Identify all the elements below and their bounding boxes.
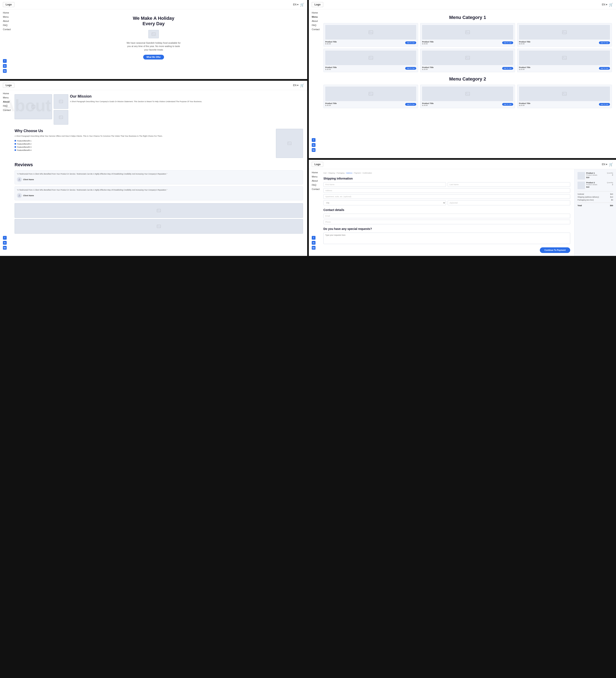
- menu-lang[interactable]: EN ▾: [602, 3, 607, 6]
- product-title: Product Title: [519, 102, 531, 105]
- product-card: Product Title $ 20.00 Add To Cart: [323, 85, 418, 108]
- menu-sidebar-nav: Home Menu About FAQ Contact: [312, 11, 320, 31]
- about-bottom-images: [14, 203, 303, 234]
- sidebar-item-about[interactable]: About: [3, 20, 11, 22]
- add-to-cart-button[interactable]: Add To Cart: [599, 67, 610, 70]
- add-to-cart-button[interactable]: Add To Cart: [405, 67, 416, 70]
- why-choose-title: Why Choose Us: [14, 129, 303, 133]
- svg-rect-6: [562, 31, 567, 34]
- breadcrumb-shipping[interactable]: Shipping: [328, 172, 335, 174]
- product-card: Product Title $ 20.00 Add To Cart: [420, 23, 515, 47]
- product-info: Product Title $ 20.00 Add To Cart: [519, 66, 610, 70]
- svg-point-25: [60, 116, 60, 117]
- sidebar-item-contact[interactable]: Contact: [3, 28, 11, 31]
- about-lang[interactable]: EN ▾: [293, 84, 298, 87]
- add-to-cart-button[interactable]: Add To Cart: [599, 41, 610, 44]
- instagram-icon[interactable]: in: [3, 64, 7, 68]
- menu-sidebar-home[interactable]: Home: [312, 11, 320, 14]
- first-name-input[interactable]: [323, 182, 446, 187]
- product-price: $ 20.00: [422, 69, 434, 70]
- menu-social: f in tw: [312, 138, 316, 152]
- about-sidebar-home[interactable]: Home: [3, 92, 11, 95]
- hero-title: We Make A Holiday Every Day: [133, 15, 174, 27]
- menu-sidebar-about[interactable]: About: [312, 20, 320, 22]
- hero-cart-icon[interactable]: 🛒: [300, 3, 304, 7]
- checkout-logo[interactable]: Logo: [312, 162, 323, 167]
- breadcrumb-confirmation[interactable]: Confirmation: [363, 172, 372, 174]
- svg-rect-12: [562, 56, 567, 60]
- checkout-sidebar-about[interactable]: About: [312, 180, 320, 182]
- product-image: [519, 50, 610, 65]
- checkout-sidebar-faq[interactable]: FAQ: [312, 184, 320, 186]
- order-item-name: Product 2: [586, 182, 606, 184]
- breadcrumb-packaging[interactable]: Packaging: [337, 172, 345, 174]
- city-select[interactable]: City: [323, 200, 446, 205]
- twitter-icon[interactable]: tw: [312, 148, 316, 152]
- reviewer: Client Name: [17, 193, 301, 198]
- summary-total: Total $50: [578, 204, 613, 206]
- facebook-icon[interactable]: f: [312, 138, 316, 142]
- about-sidebar-contact[interactable]: Contact: [3, 109, 11, 111]
- checkout-sidebar-menu[interactable]: Menu: [312, 175, 320, 178]
- about-logo[interactable]: Logo: [3, 83, 14, 88]
- sidebar-item-menu[interactable]: Menu: [3, 15, 11, 18]
- twitter-icon[interactable]: tw: [3, 69, 7, 73]
- twitter-icon[interactable]: tw: [3, 246, 7, 250]
- about-topbar-right: EN ▾ 🛒: [293, 83, 304, 87]
- menu-cart-icon[interactable]: 🛒: [609, 3, 613, 7]
- email-input[interactable]: [323, 214, 570, 218]
- checkout-sidebar-contact[interactable]: Contact: [312, 188, 320, 190]
- menu-logo[interactable]: Logo: [312, 2, 323, 7]
- instagram-icon[interactable]: in: [312, 143, 316, 147]
- hero-lang[interactable]: EN ▾: [293, 3, 298, 6]
- add-to-cart-button[interactable]: Add To Cart: [502, 67, 513, 70]
- breadcrumb-payment[interactable]: Payment: [354, 172, 361, 174]
- menu-sidebar-faq[interactable]: FAQ: [312, 24, 320, 27]
- zip-input[interactable]: [448, 200, 570, 205]
- sidebar-item-home[interactable]: Home: [3, 11, 11, 14]
- facebook-icon[interactable]: f: [3, 236, 7, 240]
- facebook-icon[interactable]: f: [312, 236, 316, 240]
- breadcrumb-cart[interactable]: Cart: [323, 172, 327, 174]
- menu-sidebar-menu[interactable]: Menu: [312, 15, 320, 18]
- facebook-icon[interactable]: f: [3, 59, 7, 63]
- last-name-input[interactable]: [448, 182, 570, 187]
- panel-about: Logo EN ▾ 🛒 About Home Menu About FAQ Co…: [0, 81, 307, 256]
- product-card: Product Title $ 20.00 Add To Cart: [323, 49, 418, 72]
- checkout-sidebar-home[interactable]: Home: [312, 171, 320, 174]
- about-images-secondary: [54, 94, 68, 125]
- about-sidebar-menu[interactable]: Menu: [3, 96, 11, 99]
- add-to-cart-button[interactable]: Add To Cart: [405, 41, 416, 44]
- mission-title: Our Mission: [70, 94, 303, 99]
- add-to-cart-button[interactable]: Add To Cart: [405, 103, 416, 106]
- checkout-cart-icon[interactable]: 🛒: [609, 162, 613, 166]
- instagram-icon[interactable]: in: [312, 241, 316, 244]
- add-to-cart-button[interactable]: Add To Cart: [502, 103, 513, 106]
- summary-packaging: Packaging (eco-box) $0: [578, 199, 613, 201]
- svg-rect-30: [157, 209, 161, 212]
- about-sidebar-about[interactable]: About: [3, 101, 11, 103]
- apartment-input[interactable]: [323, 194, 570, 199]
- sidebar-item-faq[interactable]: FAQ: [3, 24, 11, 27]
- hero-logo[interactable]: Logo: [3, 2, 14, 7]
- address-input[interactable]: [323, 188, 570, 193]
- about-sidebar-faq[interactable]: FAQ: [3, 105, 11, 107]
- phone-input[interactable]: [323, 220, 570, 224]
- svg-rect-4: [466, 31, 470, 34]
- twitter-icon[interactable]: tw: [312, 246, 316, 250]
- what-we-offer-button[interactable]: What We Offer: [143, 55, 164, 60]
- add-to-cart-button[interactable]: Add To Cart: [502, 41, 513, 44]
- summary-shipping: Shipping (address delivery) $10: [578, 196, 613, 198]
- svg-point-29: [19, 194, 20, 195]
- breadcrumb-address[interactable]: Address: [346, 172, 352, 174]
- checkout-lang[interactable]: EN ▾: [602, 163, 607, 166]
- menu-category2-title: Menu Category 2: [323, 76, 612, 82]
- menu-category2-grid: Product Title $ 20.00 Add To Cart Produc…: [323, 85, 612, 108]
- continue-to-payment-button[interactable]: Continue To Payment: [540, 248, 570, 253]
- apartment-row: [323, 194, 570, 199]
- instagram-icon[interactable]: in: [3, 241, 7, 244]
- menu-sidebar-contact[interactable]: Contact: [312, 28, 320, 31]
- about-cart-icon[interactable]: 🛒: [300, 83, 304, 87]
- special-requests-textarea[interactable]: [323, 233, 570, 244]
- add-to-cart-button[interactable]: Add To Cart: [599, 103, 610, 106]
